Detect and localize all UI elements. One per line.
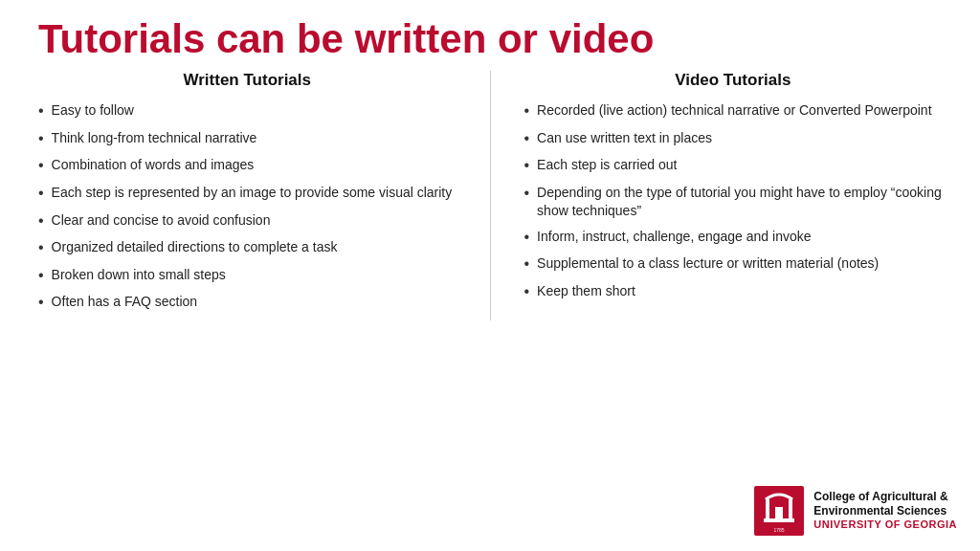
logo-line3: UNIVERSITY OF GEORGIA <box>813 518 957 532</box>
list-item: Broken down into small steps <box>38 266 457 286</box>
written-tutorials-list: Easy to followThink long-from technical … <box>38 101 457 313</box>
list-item: Clear and concise to avoid confusion <box>38 211 457 231</box>
logo-line2: Environmental Sciences <box>813 504 957 518</box>
video-tutorials-heading: Video Tutorials <box>524 71 943 90</box>
logo-text: College of Agricultural & Environmental … <box>813 490 957 532</box>
written-tutorials-column: Written Tutorials Easy to followThink lo… <box>29 71 466 320</box>
video-tutorials-list: Recorded (live action) technical narrati… <box>524 101 943 301</box>
uga-logo-icon: 1785 <box>754 486 804 536</box>
video-tutorials-column: Video Tutorials Recorded (live action) t… <box>515 71 952 320</box>
written-tutorials-heading: Written Tutorials <box>38 71 457 90</box>
list-item: Depending on the type of tutorial you mi… <box>524 184 943 220</box>
svg-rect-2 <box>764 518 794 522</box>
list-item: Each step is carried out <box>524 156 943 176</box>
page-title: Tutorials can be written or video <box>0 0 980 71</box>
list-item: Organized detailed directions to complet… <box>38 238 457 258</box>
svg-rect-3 <box>766 499 769 518</box>
list-item: Recorded (live action) technical narrati… <box>524 101 943 121</box>
list-item: Supplemental to a class lecture or writt… <box>524 254 943 275</box>
svg-text:1785: 1785 <box>774 527 785 533</box>
list-item: Keep them short <box>524 282 943 302</box>
column-divider <box>490 71 491 320</box>
logo-line1: College of Agricultural & <box>813 490 957 504</box>
list-item: Combination of words and images <box>38 156 457 176</box>
university-logo: 1785 College of Agricultural & Environme… <box>754 486 957 536</box>
list-item: Easy to follow <box>38 101 457 121</box>
list-item: Can use written text in places <box>524 129 943 149</box>
svg-rect-4 <box>789 499 792 518</box>
list-item: Often has a FAQ section <box>38 293 457 313</box>
list-item: Think long-from technical narrative <box>38 129 457 149</box>
list-item: Each step is represented by an image to … <box>38 184 457 204</box>
svg-rect-5 <box>775 507 783 518</box>
list-item: Inform, instruct, challenge, engage and … <box>524 228 943 248</box>
